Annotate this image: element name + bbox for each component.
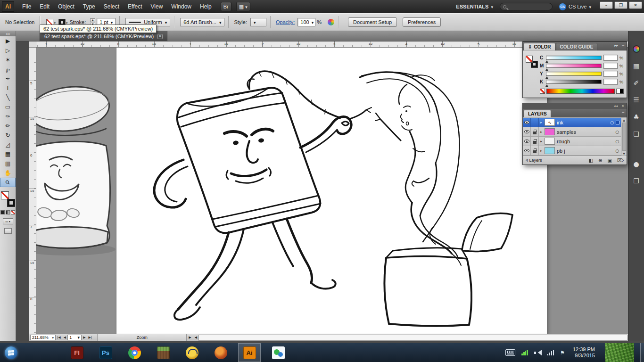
tab-color-guide[interactable]: COLOR GUIDE <box>556 43 598 50</box>
color-spectrum-ramp[interactable] <box>546 89 615 94</box>
search-input[interactable] <box>500 3 553 10</box>
gradient-button[interactable] <box>6 210 10 214</box>
color-panel-icon[interactable] <box>632 44 641 54</box>
panel-collapse-icon[interactable] <box>614 43 618 48</box>
taskbar-chat-app-button[interactable] <box>267 343 289 362</box>
stroke-color-swatch[interactable] <box>7 199 15 207</box>
tab-close-icon[interactable] <box>157 34 163 39</box>
menu-item[interactable]: File <box>18 3 35 10</box>
layer-name[interactable]: rough <box>557 139 615 144</box>
screen-mode-button[interactable] <box>4 228 12 234</box>
restore-button[interactable] <box>614 1 627 9</box>
brush-definition-dropdown[interactable]: 6d Art Brush... <box>180 18 224 26</box>
artboard-number-field[interactable]: 1 <box>67 335 82 340</box>
opacity-label[interactable]: Opacity: <box>276 19 295 25</box>
close-button[interactable] <box>629 1 642 9</box>
layers-scrollbar[interactable]: ▲▼ <box>621 118 627 156</box>
none-swatch[interactable] <box>540 89 545 94</box>
none-button[interactable] <box>11 210 15 214</box>
layer-name[interactable]: samples <box>557 129 615 135</box>
menu-item[interactable]: Edit <box>35 3 54 10</box>
ruler-corner[interactable] <box>29 41 36 48</box>
direct-selection-tool[interactable]: ▷ <box>0 46 16 55</box>
taskbar-minecraft-button[interactable] <box>152 343 174 362</box>
layer-visibility-toggle[interactable] <box>523 137 531 146</box>
previous-artboard-button[interactable] <box>64 336 66 339</box>
layer-row[interactable]: samples <box>523 127 621 137</box>
new-sublayer-button[interactable] <box>598 158 602 163</box>
disclosure-triangle-icon[interactable] <box>539 121 544 124</box>
magic-wand-tool[interactable]: ✶ <box>0 55 16 65</box>
show-desktop-button[interactable] <box>640 343 644 362</box>
layer-row[interactable]: pb j <box>523 146 621 156</box>
workspace-switcher[interactable]: ESSENTIALS <box>456 4 493 10</box>
minimize-button[interactable] <box>600 1 613 9</box>
gradient-tool[interactable]: ▥ <box>0 159 16 168</box>
channel-value-field[interactable] <box>603 55 618 61</box>
drawing-mode-button[interactable] <box>3 218 13 224</box>
layer-lock-toggle[interactable] <box>531 137 539 146</box>
menu-item[interactable]: View <box>147 3 167 10</box>
channel-value-field[interactable] <box>603 63 618 69</box>
layer-lock-toggle[interactable] <box>531 127 539 137</box>
taskbar-chrome-button[interactable] <box>123 343 146 362</box>
fill-proxy-swatch[interactable] <box>526 56 533 63</box>
color-button[interactable] <box>0 210 5 214</box>
system-meter-icon[interactable] <box>521 350 528 355</box>
tab-color[interactable]: ⇕COLOR <box>524 43 555 50</box>
status-menu-arrow[interactable] <box>189 336 191 339</box>
toolbar-collapse-button[interactable] <box>0 31 16 36</box>
channel-slider[interactable] <box>546 80 602 84</box>
status-display[interactable]: Zoom <box>97 334 187 341</box>
disclosure-triangle-icon[interactable] <box>539 149 544 153</box>
layer-target-icon[interactable] <box>610 120 614 125</box>
next-artboard-button[interactable] <box>83 336 85 339</box>
vertical-ruler[interactable]: 51/261/271/28 <box>29 48 36 334</box>
lasso-tool[interactable]: ℘ <box>0 65 16 74</box>
taskbar-flash-button[interactable]: Fl <box>66 343 88 362</box>
first-artboard-button[interactable] <box>57 336 61 339</box>
channel-value-field[interactable] <box>603 79 618 85</box>
layer-lock-toggle[interactable] <box>531 146 539 156</box>
pen-tool[interactable]: ✒ <box>0 74 16 83</box>
last-artboard-button[interactable] <box>89 336 92 339</box>
taskbar-start-tiles-button[interactable] <box>37 343 59 362</box>
graphic-styles-panel-icon[interactable]: ❏ <box>632 129 641 139</box>
panel-collapse-icon[interactable] <box>614 104 618 108</box>
paintbrush-tool[interactable]: ✑ <box>0 112 16 121</box>
taskbar-firefox-button[interactable] <box>209 343 232 362</box>
taskbar-photoshop-button[interactable]: Ps <box>94 343 117 362</box>
layer-name[interactable]: pb j <box>557 148 615 154</box>
layer-target-icon[interactable] <box>615 148 619 153</box>
brushes-panel-icon[interactable]: ✐ <box>632 78 641 88</box>
layer-name[interactable]: ink <box>557 120 610 125</box>
line-segment-tool[interactable]: ╲ <box>0 93 16 102</box>
taskbar-audacity-button[interactable] <box>181 343 203 362</box>
fill-color-swatch[interactable] <box>1 191 9 199</box>
menu-item[interactable]: Window <box>167 3 196 10</box>
layer-row[interactable]: ∿ ink <box>523 118 621 127</box>
new-layer-button[interactable] <box>607 158 611 163</box>
menu-item[interactable]: Help <box>196 3 216 10</box>
taskbar-illustrator-button[interactable]: Ai <box>238 343 261 362</box>
selection-tool[interactable]: ▶ <box>0 36 16 46</box>
panel-menu-icon[interactable] <box>621 110 625 115</box>
channel-slider[interactable] <box>546 64 602 68</box>
menu-item[interactable]: Select <box>99 3 124 10</box>
symbols-panel-icon[interactable]: ♣ <box>632 112 641 122</box>
channel-value-field[interactable] <box>603 71 618 77</box>
layer-target-icon[interactable] <box>615 139 619 144</box>
white-black-ramp[interactable] <box>616 89 624 94</box>
disclosure-triangle-icon[interactable] <box>539 130 544 134</box>
volume-icon[interactable] <box>534 350 541 356</box>
clipping-mask-button[interactable] <box>589 158 593 163</box>
opacity-field[interactable]: 100 <box>297 18 315 26</box>
recolor-artwork-icon[interactable] <box>328 19 334 25</box>
type-tool[interactable]: T <box>0 83 16 93</box>
arrange-documents-button[interactable]: ▦ <box>236 2 250 11</box>
mesh-tool[interactable]: ▦ <box>0 149 16 159</box>
style-dropdown[interactable] <box>250 18 266 26</box>
bridge-button[interactable]: Br <box>221 2 231 11</box>
disclosure-triangle-icon[interactable] <box>539 140 544 143</box>
panel-menu-icon[interactable] <box>621 43 625 48</box>
